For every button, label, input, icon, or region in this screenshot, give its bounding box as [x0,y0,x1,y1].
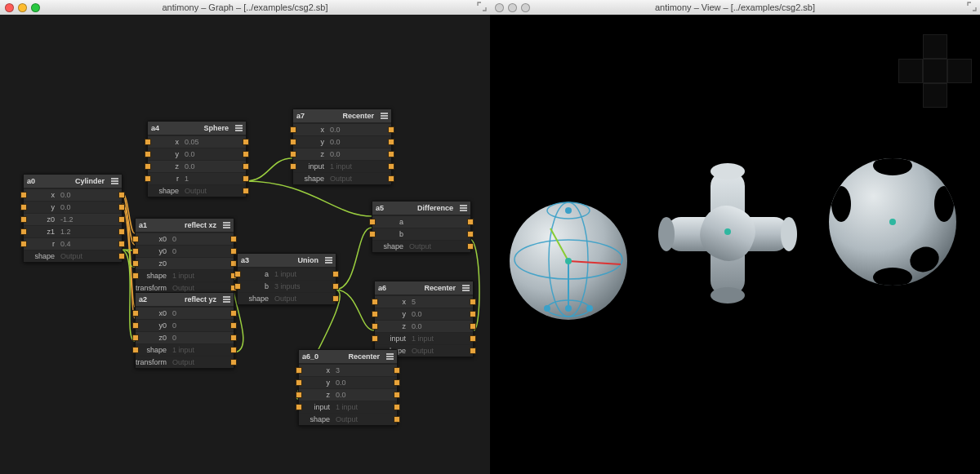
node-header[interactable]: a5Difference [372,202,470,215]
row-value[interactable]: Output [182,187,246,195]
node-a5[interactable]: a5DifferenceabshapeOutput [372,201,471,253]
input-port[interactable] [372,323,378,330]
row-value[interactable]: -1.2 [58,215,122,224]
node-row[interactable]: y00 [136,245,234,257]
input-port[interactable] [132,272,139,279]
output-port[interactable] [394,379,400,386]
output-port[interactable] [230,322,237,329]
node-row[interactable]: z0.0 [148,160,246,172]
row-value[interactable]: 0 [170,334,234,342]
node-header[interactable]: a1reflect xz [136,219,234,233]
node-row[interactable]: z0.0 [293,148,391,160]
row-value[interactable]: 0.0 [409,322,473,330]
node-row[interactable]: shape1 input [136,269,234,281]
node-header[interactable]: a7Recenter [293,109,391,123]
node-row[interactable]: x0.0 [24,188,122,201]
output-port[interactable] [394,416,400,423]
output-port[interactable] [118,216,125,223]
input-port[interactable] [132,347,139,353]
output-port[interactable] [394,404,400,410]
input-port[interactable] [20,216,27,223]
output-port[interactable] [388,126,394,133]
node-row[interactable]: y0.0 [24,201,122,213]
row-value[interactable]: Output [327,175,391,183]
object-sphere-left[interactable] [510,202,627,320]
output-port[interactable] [118,228,125,235]
node-row[interactable]: input1 input [293,160,391,172]
output-port[interactable] [230,310,237,317]
menu-icon[interactable] [223,296,230,303]
input-port[interactable] [145,151,151,157]
input-port[interactable] [145,139,151,145]
input-port[interactable] [20,241,27,247]
output-port[interactable] [118,241,125,247]
close-icon[interactable] [495,3,504,12]
node-header[interactable]: a6Recenter [375,281,473,295]
graph-titlebar[interactable]: antimony – Graph – [../examples/csg2.sb] [0,0,490,16]
output-port[interactable] [470,299,476,305]
input-port[interactable] [132,236,139,242]
input-port[interactable] [290,151,296,157]
menu-icon[interactable] [386,353,394,360]
object-cylinder-cross[interactable] [658,163,797,303]
output-port[interactable] [470,311,476,317]
input-port[interactable] [234,283,241,290]
node-row[interactable]: z0.0 [299,388,397,401]
menu-icon[interactable] [462,285,470,291]
input-port[interactable] [20,228,27,235]
row-value[interactable]: 1 input [409,334,473,343]
row-value[interactable]: 1 input [272,270,336,278]
node-row[interactable]: shapeOutput [293,172,391,184]
node-a1[interactable]: a1reflect xzx00y00z0shape1 inputtransfor… [135,218,234,295]
input-port[interactable] [296,367,302,374]
node-header[interactable]: a6_0Recenter [299,350,397,364]
row-value[interactable]: 0.0 [327,126,391,134]
node-row[interactable]: a [372,215,470,228]
zoom-icon[interactable] [521,3,530,12]
output-port[interactable] [467,243,474,250]
node-row[interactable]: b [372,228,470,240]
output-port[interactable] [388,175,394,182]
output-port[interactable] [230,347,237,353]
node-a3[interactable]: a3Uniona1 inputb3 inputsshapeOutput [237,253,336,305]
row-value[interactable]: 0 [170,235,234,243]
row-value[interactable]: 0 [170,321,234,330]
node-row[interactable]: shapeOutput [24,250,122,262]
row-value[interactable]: 1 [182,175,246,183]
node-row[interactable]: x00 [136,233,234,245]
menu-icon[interactable] [223,222,230,228]
output-port[interactable] [388,163,394,170]
node-row[interactable]: r0.4 [24,237,122,250]
menu-icon[interactable] [381,113,388,119]
node-row[interactable]: input1 input [375,332,473,344]
node-row[interactable]: x0.05 [148,135,246,148]
output-port[interactable] [467,219,474,225]
row-value[interactable]: Output [170,284,234,292]
node-row[interactable]: input1 input [299,401,397,413]
node-header[interactable]: a0Cylinder [24,175,122,188]
row-value[interactable]: 0.0 [333,391,397,399]
node-a4[interactable]: a4Spherex0.05y0.0z0.0r1shapeOutput [147,121,247,197]
graph-canvas[interactable]: a0Cylinderx0.0y0.0z0-1.2z11.2r0.4shapeOu… [0,15,490,474]
output-port[interactable] [470,348,476,354]
node-row[interactable]: a1 input [238,268,336,280]
output-port[interactable] [394,392,400,398]
input-port[interactable] [234,271,241,277]
output-port[interactable] [230,236,237,242]
node-row[interactable]: z0-1.2 [24,213,122,225]
output-port[interactable] [332,283,339,290]
row-value[interactable]: 3 inputs [272,282,336,290]
output-port[interactable] [470,335,476,342]
node-row[interactable]: y0.0 [299,376,397,388]
node-header[interactable]: a3Union [238,254,336,268]
input-port[interactable] [132,310,139,317]
output-port[interactable] [243,175,249,182]
input-port[interactable] [20,204,27,210]
row-value[interactable]: 0.0 [333,379,397,387]
node-a7[interactable]: a7Recenterx0.0y0.0z0.0input1 inputshapeO… [292,109,392,185]
fullscreen-icon[interactable] [967,2,977,11]
input-port[interactable] [132,334,139,341]
node-header[interactable]: a2reflect yz [136,293,234,307]
output-port[interactable] [230,359,237,365]
node-row[interactable]: shapeOutput [299,413,397,425]
